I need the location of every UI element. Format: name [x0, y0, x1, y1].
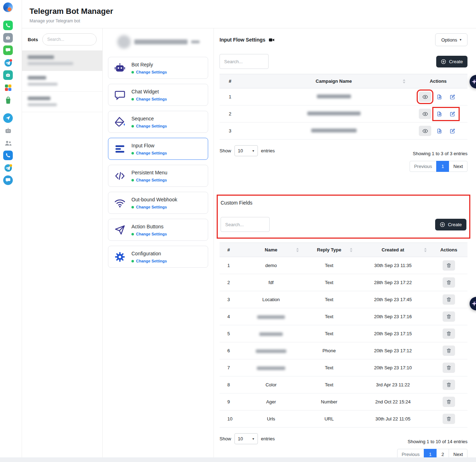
options-button[interactable]: Options ▾	[435, 33, 467, 46]
sort-icon[interactable]	[350, 248, 353, 252]
entries-per-page-select[interactable]: 10 ▾	[234, 145, 258, 156]
settings-card-title: Out-bound Webhook	[131, 197, 177, 202]
whatsapp-icon[interactable]	[3, 21, 13, 30]
custom-fields-search-input[interactable]	[221, 217, 270, 232]
settings-card-input-flow[interactable]: Input Flow Change Settings	[108, 138, 208, 160]
sms-icon[interactable]	[3, 151, 13, 160]
change-settings-link[interactable]: Change Settings	[136, 232, 167, 236]
change-settings-link[interactable]: Change Settings	[136, 259, 167, 263]
entries-per-page-select[interactable]: 10 ▾	[234, 433, 258, 444]
robot-icon[interactable]	[3, 126, 13, 135]
campaigns-search-input[interactable]	[220, 54, 269, 69]
view-button[interactable]	[419, 92, 431, 102]
settings-card-bot-reply[interactable]: Bot Reply Change Settings	[108, 57, 208, 79]
page-bottom-strip	[0, 457, 476, 462]
telegram-marketing-icon[interactable]	[3, 58, 13, 67]
column-header-reply-type[interactable]: Reply Type	[302, 243, 356, 257]
integrations-icon[interactable]	[3, 83, 13, 92]
delete-button[interactable]	[443, 380, 455, 390]
settings-card-persistent-menu[interactable]: Persistent Menu Change Settings	[108, 165, 208, 187]
campaign-actions	[409, 123, 467, 140]
field-reply-type: Text	[302, 291, 356, 308]
view-button[interactable]	[419, 109, 431, 119]
redacted-field-name	[240, 359, 303, 376]
sort-icon[interactable]	[424, 248, 427, 252]
field-actions	[430, 325, 467, 342]
redacted-bot-profile	[108, 32, 208, 52]
create-campaign-button[interactable]: Create	[436, 56, 467, 67]
caret-down-icon: ▾	[460, 38, 461, 42]
settings-card-title: Chat Widget	[131, 89, 159, 94]
bots-search-input[interactable]	[42, 33, 97, 45]
settings-card-webhook[interactable]: Out-bound Webhook Change Settings	[108, 192, 208, 214]
delete-button[interactable]	[443, 294, 455, 305]
delete-button[interactable]	[443, 277, 455, 288]
edit-button[interactable]	[448, 109, 458, 119]
bot-platform-icon[interactable]	[3, 33, 13, 43]
field-reply-type: Phone	[302, 342, 356, 359]
field-actions	[430, 342, 467, 359]
redacted-text	[257, 315, 285, 319]
telegram-campaign-icon[interactable]	[3, 163, 13, 173]
livechat-icon[interactable]	[3, 175, 13, 185]
field-created-at: 20th Sep 23 17:12	[356, 342, 430, 359]
bot-list-item[interactable]	[22, 92, 102, 112]
settings-card-chat-widget[interactable]: Chat Widget Change Settings	[108, 84, 208, 106]
bot-list-item[interactable]	[22, 71, 102, 92]
sort-icon[interactable]	[296, 248, 299, 252]
export-button[interactable]	[434, 92, 444, 102]
persistent-menu-icon	[113, 169, 127, 183]
settings-card-action-buttons[interactable]: Action Buttons Change Settings	[108, 219, 208, 241]
field-actions	[430, 308, 467, 325]
field-created-at: 28th Sep 23 17:22	[356, 274, 430, 291]
view-button[interactable]	[419, 126, 431, 136]
edit-button[interactable]	[448, 126, 458, 136]
ecommerce-icon[interactable]	[3, 95, 13, 105]
redacted-field-name	[240, 342, 303, 359]
field-name: Color	[240, 376, 303, 393]
delete-button[interactable]	[443, 260, 455, 271]
change-settings-link[interactable]: Change Settings	[136, 97, 167, 101]
status-dot	[131, 179, 134, 181]
settings-card-sequence[interactable]: Sequence Change Settings	[108, 111, 208, 133]
change-settings-link[interactable]: Change Settings	[136, 124, 167, 128]
change-settings-link[interactable]: Change Settings	[136, 205, 167, 209]
change-settings-link[interactable]: Change Settings	[136, 70, 167, 74]
delete-button[interactable]	[443, 414, 455, 424]
create-custom-field-button[interactable]: Create	[435, 219, 466, 230]
redacted-campaign-name	[259, 105, 409, 123]
redacted-bot-avatar	[117, 35, 131, 49]
bot-list-item[interactable]	[22, 50, 102, 71]
column-header-campaign-name[interactable]: Campaign Name	[259, 74, 409, 88]
export-button[interactable]	[434, 126, 444, 136]
redacted-field-name	[240, 308, 303, 325]
status-dot	[131, 233, 134, 235]
telegram-icon[interactable]	[3, 113, 13, 123]
delete-button[interactable]	[443, 397, 455, 407]
column-header-created-at[interactable]: Created at	[356, 243, 430, 257]
column-header-number: #	[220, 74, 259, 88]
edit-button[interactable]	[448, 92, 458, 102]
redacted-bot-username	[28, 62, 73, 65]
settings-card-configuration[interactable]: Configuration Change Settings	[108, 246, 208, 268]
community-icon[interactable]	[3, 138, 13, 148]
change-settings-link[interactable]: Change Settings	[136, 151, 167, 155]
delete-button[interactable]	[443, 363, 455, 373]
field-reply-type: Text	[302, 274, 356, 291]
whatsapp-chat-icon[interactable]	[3, 45, 13, 55]
sort-icon[interactable]	[402, 79, 406, 83]
previous-page-button[interactable]: Previous	[410, 161, 437, 172]
delete-button[interactable]	[443, 328, 455, 339]
field-name: Ager	[240, 393, 303, 411]
field-actions	[430, 291, 467, 308]
change-settings-link[interactable]: Change Settings	[136, 178, 167, 182]
next-page-button[interactable]: Next	[449, 161, 467, 172]
app-logo-icon[interactable]	[3, 2, 13, 12]
redacted-text	[257, 366, 285, 370]
delete-button[interactable]	[443, 311, 455, 322]
page-button-1[interactable]: 1	[436, 161, 449, 172]
delete-button[interactable]	[443, 346, 455, 356]
export-button[interactable]	[434, 109, 444, 119]
chatbot-icon[interactable]	[3, 70, 13, 80]
column-header-name[interactable]: Name	[240, 243, 303, 257]
